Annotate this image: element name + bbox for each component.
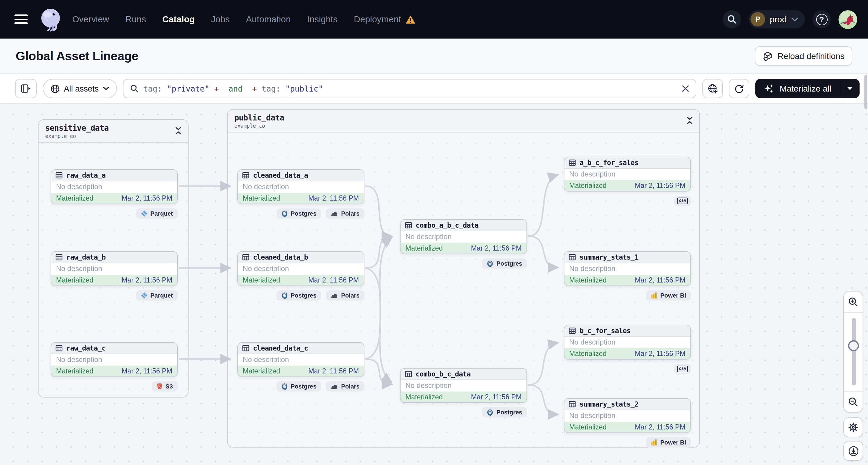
asset-node-cleaned-data-c[interactable]: cleaned_data_c No description Materializ… — [237, 342, 365, 377]
powerbi-icon — [651, 292, 657, 299]
asset-materialized-time: Mar 2, 11:56 PM — [122, 276, 172, 284]
kind-badge-postgres[interactable]: Postgres — [276, 290, 321, 301]
kind-badge-powerbi[interactable]: Power BI — [646, 437, 691, 447]
kind-badge-csv[interactable]: csv — [674, 196, 691, 206]
asset-badges: Postgres Polars — [237, 208, 365, 219]
download-graph-button[interactable] — [843, 441, 863, 461]
nav-item-runs[interactable]: Runs — [125, 14, 146, 24]
close-icon — [682, 85, 689, 92]
asset-node-raw-data-c[interactable]: raw_data_c No description MaterializedMa… — [51, 342, 178, 377]
asset-materialized-time: Mar 2, 11:56 PM — [635, 424, 685, 431]
kind-badge-powerbi[interactable]: Power BI — [646, 290, 691, 301]
search-icon — [130, 84, 138, 93]
group-repo: example_co — [234, 123, 284, 129]
postgres-icon — [281, 383, 288, 390]
nav-item-label: Insights — [307, 14, 338, 24]
asset-badges: Parquet — [51, 290, 178, 301]
materialize-all-button[interactable]: Materialize all — [756, 79, 860, 98]
kind-badge-postgres[interactable]: Postgres — [276, 208, 321, 219]
kind-badge-polars[interactable]: Polars — [326, 381, 365, 392]
kind-badge-polars[interactable]: Polars — [326, 290, 365, 301]
asset-node-cleaned-data-a[interactable]: cleaned_data_a No description Materializ… — [237, 169, 365, 204]
zoom-out-button[interactable] — [844, 392, 863, 412]
view-full-graph-button[interactable] — [703, 79, 723, 98]
refresh-button[interactable] — [729, 79, 750, 98]
asset-status: Materialized — [569, 350, 607, 357]
clear-query-button[interactable] — [682, 85, 689, 92]
kind-badge-label: Postgres — [291, 292, 316, 299]
asset-status: Materialized — [569, 276, 607, 284]
nav-item-overview[interactable]: Overview — [72, 14, 109, 24]
zoom-slider-handle[interactable] — [848, 340, 859, 351]
kind-badge-csv[interactable]: csv — [674, 364, 691, 374]
asset-status: Materialized — [405, 393, 443, 401]
asset-badges: Parquet — [51, 208, 178, 219]
polars-icon — [331, 383, 338, 390]
menu-icon[interactable] — [14, 15, 28, 24]
toggle-sidebar-button[interactable] — [15, 79, 37, 98]
nav-item-deployment[interactable]: Deployment — [354, 14, 415, 24]
asset-node-summary-stats-2[interactable]: summary_stats_2 No description Materiali… — [564, 398, 691, 433]
nav-item-automation[interactable]: Automation — [246, 14, 291, 24]
asset-node-raw-data-b[interactable]: raw_data_b No description MaterializedMa… — [51, 251, 178, 286]
kind-badge-parquet[interactable]: Parquet — [136, 290, 178, 301]
asset-description: No description — [564, 337, 690, 348]
group-header[interactable]: public_data example_co — [228, 110, 699, 132]
reload-cube-icon — [762, 51, 773, 61]
asset-materialized-time: Mar 2, 11:56 PM — [308, 194, 359, 202]
asset-badges: Power BI — [564, 290, 691, 301]
nav-item-label: Jobs — [211, 14, 230, 24]
search-button[interactable] — [723, 10, 741, 28]
asset-description: No description — [51, 263, 177, 274]
asset-node-combo-b-c-data[interactable]: combo_b_c_data No description Materializ… — [400, 368, 527, 403]
query-token: + — [252, 84, 257, 93]
asset-status: Materialized — [405, 245, 443, 252]
asset-materialized-time: Mar 2, 11:56 PM — [122, 367, 172, 375]
asset-name: cleaned_data_c — [253, 344, 308, 352]
asset-scope-dropdown[interactable]: All assets — [43, 79, 117, 98]
collapse-group-icon[interactable] — [175, 126, 181, 137]
kind-badge-parquet[interactable]: Parquet — [136, 208, 178, 219]
environment-switcher[interactable]: P prod — [749, 10, 805, 28]
table-icon — [569, 401, 576, 408]
asset-status: Materialized — [243, 194, 280, 202]
user-avatar[interactable] — [838, 10, 857, 29]
kind-badge-s3[interactable]: S3 — [152, 381, 178, 392]
materialize-options-button[interactable] — [840, 79, 860, 98]
asset-node-a-b-c-for-sales[interactable]: a_b_c_for_sales No description Materiali… — [564, 157, 691, 191]
dagster-logo-icon[interactable] — [37, 6, 64, 33]
zoom-slider-track[interactable] — [851, 318, 856, 385]
lineage-query-input[interactable]: tag:"private"+ and +tag:"public" — [123, 79, 696, 98]
nav-item-jobs[interactable]: Jobs — [211, 14, 230, 24]
table-icon — [242, 344, 249, 352]
kind-badge-postgres[interactable]: Postgres — [482, 407, 527, 417]
asset-node-summary-stats-1[interactable]: summary_stats_1 No description Materiali… — [564, 251, 691, 286]
lineage-canvas[interactable]: sensitive_data example_co public_data ex… — [0, 103, 868, 465]
collapse-group-icon[interactable] — [687, 116, 693, 126]
group-header[interactable]: sensitive_data example_co — [38, 120, 188, 143]
nav-item-insights[interactable]: Insights — [307, 14, 338, 24]
help-button[interactable]: ? — [813, 10, 831, 28]
asset-node-raw-data-a[interactable]: raw_data_a No description MaterializedMa… — [51, 169, 178, 204]
nav-item-catalog[interactable]: Catalog — [162, 14, 195, 24]
zoom-in-button[interactable] — [844, 291, 863, 312]
asset-node-cleaned-data-b[interactable]: cleaned_data_b No description Materializ… — [237, 251, 365, 286]
table-icon — [55, 344, 63, 352]
page-scrollbar[interactable] — [864, 75, 867, 109]
kind-badge-postgres[interactable]: Postgres — [482, 258, 527, 269]
zoom-in-icon — [848, 297, 858, 307]
query-token: "private" — [167, 84, 209, 93]
graph-settings-button[interactable] — [843, 417, 863, 437]
zoom-slider[interactable] — [844, 312, 863, 392]
kind-badge-label: Polars — [341, 210, 360, 217]
table-icon — [569, 254, 576, 261]
reload-definitions-button[interactable]: Reload definitions — [754, 46, 852, 66]
asset-description: No description — [564, 263, 690, 274]
asset-node-combo-a-b-c-data[interactable]: combo_a_b_c_data No description Material… — [400, 219, 527, 254]
materialize-all-label: Materialize all — [780, 84, 831, 93]
asset-description: No description — [238, 263, 364, 274]
kind-badge-polars[interactable]: Polars — [326, 208, 365, 219]
kind-badge-postgres[interactable]: Postgres — [276, 381, 321, 392]
asset-node-b-c-for-sales[interactable]: b_c_for_sales No description Materialize… — [564, 324, 691, 360]
asset-name: raw_data_a — [66, 171, 106, 180]
